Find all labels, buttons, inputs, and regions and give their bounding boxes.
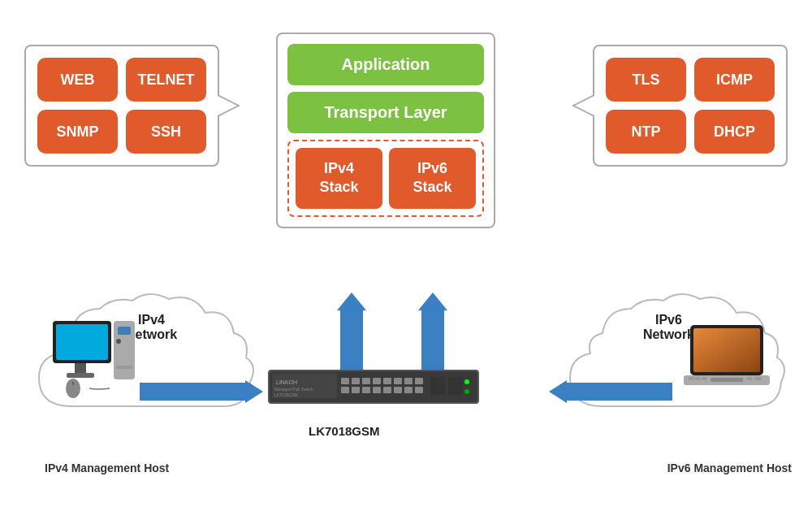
svg-point-42 [464,389,469,394]
svg-rect-31 [341,387,349,393]
diagram: WEB TELNET SNMP SSH TLS ICMP NTP DHCP Ap… [0,0,812,520]
left-callout-box: WEB TELNET SNMP SSH [24,45,219,167]
switch-label: LK7018GSM [309,424,380,438]
svg-rect-14 [710,378,743,382]
protocol-web: WEB [37,58,118,102]
svg-point-8 [66,379,80,398]
svg-rect-3 [67,373,94,378]
ipv6-stack: IPv6Stack [389,148,476,209]
arrow-ipv6-to-switch [549,380,672,403]
svg-rect-36 [394,387,402,393]
protocol-ssh: SSH [126,110,206,154]
desktop-computer [49,317,138,418]
svg-rect-34 [373,387,381,393]
svg-rect-5 [118,327,131,335]
arrow-ipv4-to-switch [140,380,263,403]
protocol-icmp: ICMP [694,58,775,102]
svg-rect-35 [383,387,391,393]
center-stack-box: Application Transport Layer IPv4Stack IP… [276,32,495,228]
network-switch: LINKOH Managed PoE Switch LK7018GSM [268,366,479,411]
ip-stack-wrapper: IPv4Stack IPv6Stack [287,140,484,217]
svg-rect-15 [689,377,693,380]
svg-point-41 [464,379,469,384]
svg-rect-27 [383,378,391,384]
svg-rect-17 [702,377,706,380]
svg-rect-32 [352,387,360,393]
protocol-tls: TLS [606,58,686,102]
svg-rect-28 [394,378,402,384]
ipv4-stack: IPv4Stack [296,148,382,209]
ipv4-host-label: IPv4 Management Host [45,462,169,474]
svg-rect-1 [56,324,108,360]
svg-rect-30 [415,378,423,384]
svg-rect-25 [362,378,370,384]
protocol-ntp: NTP [606,110,686,154]
application-layer: Application [287,44,484,85]
svg-rect-38 [415,387,423,393]
svg-rect-24 [352,378,360,384]
protocol-snmp: SNMP [37,110,118,154]
svg-rect-40 [448,377,463,395]
laptop-computer [682,321,771,414]
protocol-telnet: TELNET [126,58,206,102]
svg-text:Managed PoE Switch: Managed PoE Switch [274,387,313,392]
svg-rect-19 [755,377,762,380]
svg-rect-37 [404,387,412,393]
svg-rect-39 [430,377,445,395]
svg-rect-33 [362,387,370,393]
svg-rect-7 [116,366,132,369]
svg-rect-26 [373,378,381,384]
svg-rect-18 [747,377,752,380]
protocol-dhcp: DHCP [694,110,775,154]
svg-rect-16 [695,377,700,380]
svg-point-6 [116,339,121,344]
svg-text:LINKOH: LINKOH [276,379,297,385]
svg-rect-29 [404,378,412,384]
svg-rect-2 [75,363,86,375]
svg-text:LK7018GSM: LK7018GSM [274,392,298,397]
right-callout-box: TLS ICMP NTP DHCP [593,45,788,167]
transport-layer: Transport Layer [287,92,484,133]
svg-rect-23 [341,378,349,384]
svg-rect-12 [693,328,760,372]
ipv6-host-label: IPv6 Management Host [667,462,792,474]
